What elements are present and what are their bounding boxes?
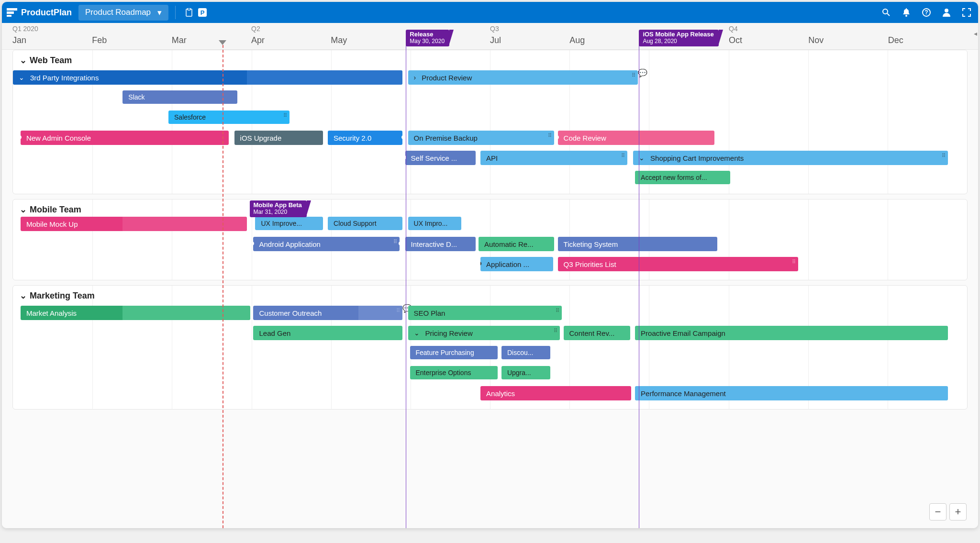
drag-grip-icon[interactable]: ⠿ [632, 72, 635, 78]
milestone-title: Mobile App Beta [254, 202, 302, 209]
roadmap-bar[interactable]: Automatic Re... [479, 237, 554, 251]
link-connector-icon[interactable] [399, 242, 400, 245]
parking-icon[interactable]: P [196, 6, 209, 19]
roadmap-bar[interactable]: Analytics [480, 386, 631, 400]
month-label: May [331, 35, 347, 45]
roadmap-bar[interactable]: On Premise Backup⠿ [408, 131, 554, 145]
roadmap-bar[interactable]: Application ... [480, 257, 553, 271]
month-label: Nov [808, 35, 824, 45]
collapse-right-icon[interactable]: ◂ [974, 30, 977, 37]
roadmap-bar[interactable]: Content Rev... [564, 326, 631, 340]
quarter-label: Q1 2020 [12, 25, 38, 33]
month-label: Dec [888, 35, 903, 45]
roadmap-bar[interactable]: Q3 Priorities List⠿ [558, 257, 798, 271]
bar-label: Content Rev... [569, 329, 615, 337]
bar-label: UX Impro... [414, 220, 448, 227]
drag-grip-icon[interactable]: ⠿ [942, 153, 945, 159]
timeline-row: Enterprise OptionsUpgra... [13, 366, 967, 383]
roadmap-bar[interactable]: Feature Purchasing [410, 346, 498, 359]
link-connector-icon[interactable] [401, 135, 402, 139]
chevron-down-icon: ⌄ [20, 290, 27, 301]
roadmap-bar[interactable]: Android Application⠿ [253, 237, 399, 251]
milestone-tag[interactable]: Mobile App BetaMar 31, 2020 [250, 200, 307, 217]
timeline-row: Application ...Q3 Priorities List⠿ [13, 257, 967, 274]
toolbar-divider [175, 6, 176, 19]
roadmap-bar[interactable]: Slack [122, 90, 237, 104]
quarter-label: Q2 [251, 25, 260, 33]
svg-rect-4 [188, 8, 190, 10]
roadmap-bar[interactable]: ›Product Review⠿💬 [408, 70, 638, 85]
roadmap-bar[interactable]: Salesforce⠿ [168, 111, 290, 124]
roadmap-bar[interactable]: Security 2.0 [328, 131, 402, 145]
roadmap-bar[interactable]: Customer Outreach⠿💬 [253, 306, 402, 320]
zoom-in-button[interactable]: + [949, 503, 967, 521]
clipboard-icon[interactable] [182, 6, 196, 19]
bar-label: Slack [128, 93, 145, 101]
roadmap-bar[interactable]: UX Impro... [408, 217, 462, 230]
roadmap-bar[interactable]: Discou... [501, 346, 550, 359]
roadmap-bar[interactable]: ⌄Pricing Review⠿ [408, 326, 560, 340]
roadmap-bar[interactable]: Market Analysis [21, 306, 251, 320]
roadmap-bar[interactable]: Self Service ... [405, 151, 476, 165]
drag-grip-icon[interactable]: ⠿ [548, 133, 551, 139]
app-logo[interactable]: ProductPlan [7, 8, 78, 18]
drag-grip-icon[interactable]: ⠿ [556, 308, 559, 314]
roadmap-bar[interactable]: SEO Plan⠿ [408, 306, 562, 320]
roadmap-bar[interactable]: UX Improve... [255, 217, 323, 230]
month-label: Oct [729, 35, 742, 45]
roadmap-bar[interactable]: ⌄3rd Party Integrations [13, 70, 402, 85]
lane-header[interactable]: ⌄Web Team [13, 50, 967, 70]
timeline-row: Self Service ...API⠿⌄Shopping Cart Impro… [13, 151, 967, 168]
link-connector-icon[interactable] [253, 242, 254, 245]
roadmap-bar[interactable]: ⌄Shopping Cart Improvements⠿ [633, 151, 948, 165]
chevron-icon: ⌄ [19, 74, 24, 81]
roadmap-bar[interactable]: Ticketing System [558, 237, 717, 251]
bar-label: Enterprise Options [416, 369, 471, 377]
zoom-out-button[interactable]: − [929, 503, 947, 521]
svg-point-7 [883, 9, 888, 14]
roadmap-selector[interactable]: Product Roadmap ▾ [78, 5, 168, 21]
link-connector-icon[interactable] [405, 155, 406, 159]
bar-label: On Premise Backup [414, 134, 478, 142]
roadmap-bar[interactable]: Mobile Mock Up [21, 217, 247, 231]
roadmap-bar[interactable]: iOS Upgrade [234, 131, 323, 145]
roadmap-bar[interactable]: Upgra... [501, 366, 550, 379]
roadmap-bar[interactable]: Cloud Support [328, 217, 402, 230]
roadmap-bar[interactable]: Code Review [558, 131, 714, 145]
lane-header[interactable]: ⌄Marketing Team [13, 286, 967, 306]
roadmap-bar[interactable]: Interactive D... [405, 237, 476, 251]
drag-grip-icon[interactable]: ⠿ [283, 112, 287, 119]
zoom-controls: − + [929, 503, 967, 521]
roadmap-bar[interactable]: New Admin Console [21, 131, 229, 145]
drag-grip-icon[interactable]: ⠿ [554, 328, 557, 334]
link-connector-icon[interactable] [480, 262, 481, 266]
bar-label: Cloud Support [334, 220, 377, 227]
chevron-icon: ⌄ [414, 329, 420, 337]
chevron-down-icon: ⌄ [20, 204, 27, 215]
drag-grip-icon[interactable]: ⠿ [792, 259, 795, 265]
roadmap-bar[interactable]: Lead Gen [253, 326, 402, 340]
link-connector-icon[interactable] [558, 135, 559, 139]
roadmap-bar[interactable]: Enterprise Options [410, 366, 498, 379]
link-connector-icon[interactable] [21, 135, 22, 139]
roadmap-bar[interactable]: Performance Management [635, 386, 948, 400]
milestone-title: Release [410, 31, 445, 38]
drag-grip-icon[interactable]: ⠿ [621, 153, 624, 159]
drag-grip-icon[interactable]: ⠿ [393, 239, 397, 245]
milestone-tag[interactable]: ReleaseMay 30, 2020 [406, 30, 449, 46]
search-icon[interactable] [880, 6, 893, 19]
bell-icon[interactable] [900, 6, 913, 19]
bar-label: Customer Outreach [259, 309, 322, 317]
bar-label: Q3 Priorities List [564, 260, 616, 268]
fullscreen-icon[interactable] [960, 6, 973, 19]
roadmap-bar[interactable]: API⠿ [480, 151, 627, 165]
roadmap-bar[interactable]: Proactive Email Campaign [635, 326, 948, 340]
milestone-tag[interactable]: iOS Mobile App ReleaseAug 28, 2020 [639, 30, 718, 46]
user-icon[interactable] [940, 6, 953, 19]
help-icon[interactable]: ? [920, 6, 933, 19]
bar-label: New Admin Console [26, 134, 91, 142]
bar-label: Interactive D... [411, 240, 457, 248]
roadmap-bar[interactable]: Accept new forms of... [635, 171, 730, 184]
bar-label: Product Review [422, 74, 472, 82]
lane-header[interactable]: ⌄Mobile Team [13, 199, 967, 217]
